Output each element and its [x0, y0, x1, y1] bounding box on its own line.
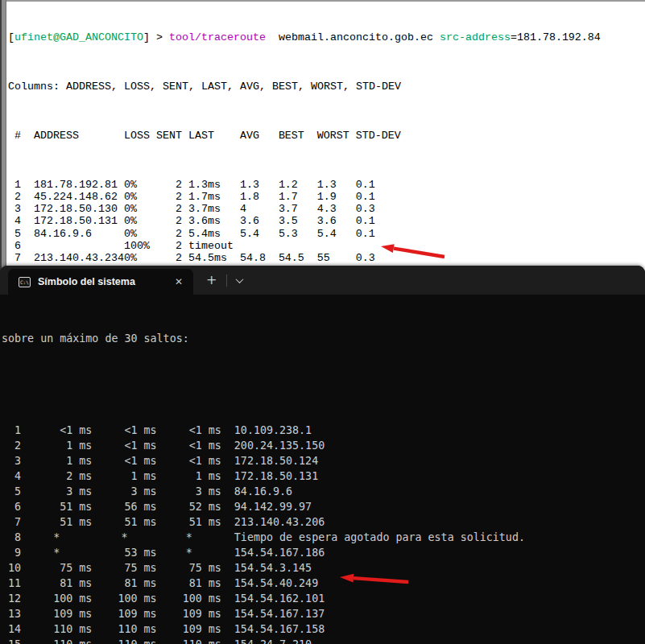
window-frame-left — [0, 0, 6, 274]
cell-last: timeout — [182, 240, 240, 252]
cell-loss: 100% — [124, 240, 156, 252]
new-tab-button[interactable]: + — [206, 274, 217, 287]
cell-time-1: * — [21, 545, 92, 560]
command-text: tool/traceroute — [169, 31, 266, 43]
tabbar-divider — [226, 275, 227, 287]
traceroute-row: 4 172.18.50.131 0% 2 3.6ms 3.6 3.5 3.6 0… — [8, 215, 601, 227]
cell-time-3: 109 ms — [157, 621, 221, 637]
cell-time-1: 100 ms — [21, 591, 92, 606]
col-header-stddev: STD-DEV — [356, 130, 401, 142]
cell-time-3: * — [157, 530, 221, 545]
tab-close-button[interactable]: ✕ — [171, 275, 187, 289]
cell-time-1: 109 ms — [21, 606, 92, 621]
col-header-address: ADDRESS — [21, 130, 124, 142]
cell-hop: 15 — [2, 637, 21, 644]
cell-time-1: 81 ms — [21, 576, 92, 591]
tab-simbolo-del-sistema[interactable]: C:\ Símbolo del sistema ✕ — [8, 269, 193, 295]
cell-hop: 3 — [2, 453, 21, 469]
tab-title: Símbolo del sistema — [38, 276, 171, 287]
cell-hop: 4 — [2, 469, 21, 484]
cell-best: 3.7 — [279, 203, 317, 215]
cell-time-1: 3 ms — [21, 484, 92, 499]
traceroute-row: 3 172.18.50.130 0% 2 3.7ms 4 3.7 4.3 0.3 — [8, 203, 601, 215]
cell-time-1: 2 ms — [21, 469, 92, 484]
columns-line: Columns: ADDRESS, LOSS, SENT, LAST, AVG,… — [8, 80, 601, 93]
cell-best: 3.5 — [279, 215, 317, 227]
cell-sent: 2 — [156, 252, 182, 264]
cell-hop: 12 — [2, 591, 21, 606]
cell-hop: 7 — [2, 514, 21, 530]
cell-worst — [317, 240, 356, 252]
cell-time-3: 100 ms — [157, 591, 221, 606]
cell-avg: 54.8 — [240, 252, 279, 264]
col-header-best: BEST — [279, 130, 317, 142]
cell-last: 54.5ms — [182, 252, 240, 264]
cell-time-3: 3 ms — [157, 484, 221, 499]
cell-host: 213.140.43.206 — [221, 514, 325, 530]
cell-sent: 2 — [156, 228, 182, 240]
traceroute-row: 2 45.224.148.62 0% 2 1.7ms 1.8 1.7 1.9 0… — [8, 191, 601, 203]
cell-time-3: <1 ms — [157, 438, 221, 453]
cell-hop: 5 — [2, 484, 21, 499]
cell-last: 5.4ms — [182, 228, 240, 240]
cell-host: 154.54.167.186 — [221, 545, 325, 560]
col-header-worst: WORST — [317, 130, 356, 142]
tracert-row: 1 <1 ms <1 ms <1 ms 10.109.238.1 — [2, 423, 645, 438]
cell-sent: 2 — [156, 191, 182, 203]
cell-avg: 1.8 — [240, 191, 279, 203]
terminal-body[interactable]: sobre un máximo de 30 saltos: 1 <1 ms <1… — [0, 295, 645, 644]
tracert-row: 14 110 ms 110 ms 109 ms 154.54.167.158 — [2, 621, 645, 637]
cell-avg: 4 — [240, 203, 279, 215]
cell-stddev: 0.1 — [356, 215, 401, 227]
cell-hop: 14 — [2, 621, 21, 637]
tracert-row: 12 100 ms 100 ms 100 ms 154.54.162.101 — [2, 591, 645, 606]
cell-stddev: 0.1 — [356, 228, 401, 240]
cell-host: Tiempo de espera agotado para esta solic… — [221, 530, 525, 545]
window-frame-top — [0, 0, 645, 2]
cell-last: 3.6ms — [182, 215, 240, 227]
cell-time-3: <1 ms — [157, 453, 221, 469]
cell-host: 172.18.50.131 — [221, 469, 318, 484]
cell-loss: 0% — [124, 215, 156, 227]
cell-host: 10.109.238.1 — [221, 423, 312, 438]
tracert-row: 4 2 ms 1 ms 1 ms 172.18.50.131 — [2, 469, 645, 484]
traceroute-row: 7 213.140.43.234 0% 2 54.5ms 54.8 54.5 5… — [8, 252, 601, 264]
dropdown-chevron-icon[interactable] — [236, 275, 244, 283]
tracert-table: 1 <1 ms <1 ms <1 ms 10.109.238.1 2 1 ms … — [2, 423, 645, 644]
tracert-row: 3 1 ms <1 ms <1 ms 172.18.50.124 — [2, 453, 645, 469]
cell-host: 154.54.167.137 — [221, 606, 325, 621]
cell-host: 154.54.40.249 — [221, 576, 318, 591]
cell-host: 200.24.135.150 — [221, 438, 325, 453]
src-address-key: src-address — [440, 31, 511, 43]
cell-host: 154.54.167.158 — [221, 621, 325, 637]
cell-time-3: 75 ms — [157, 560, 221, 576]
prompt-identity: ufinet@GAD_ANCONCITO — [14, 31, 143, 43]
tracert-row: 8 * * * Tiempo de espera agotado para es… — [2, 530, 645, 545]
cell-hop: 2 — [2, 438, 21, 453]
windows-terminal-window: C:\ Símbolo del sistema ✕ + sobre un máx… — [0, 266, 645, 644]
cell-host: 154.54.3.145 — [221, 560, 312, 576]
cell-time-2: 75 ms — [92, 560, 156, 576]
cell-address: 84.16.9.6 — [21, 228, 124, 240]
traceroute-command-line: [ufinet@GAD_ANCONCITO] > tool/traceroute… — [8, 31, 601, 43]
tracert-row: 2 1 ms <1 ms <1 ms 200.24.135.150 — [2, 438, 645, 453]
cell-address: 172.18.50.130 — [21, 203, 124, 215]
cell-time-2: 51 ms — [92, 514, 156, 530]
cell-time-1: <1 ms — [21, 423, 92, 438]
cell-time-3: 51 ms — [157, 514, 221, 530]
cell-time-1: 51 ms — [21, 514, 92, 530]
cell-worst: 1.9 — [317, 191, 356, 203]
cell-address: 181.78.192.81 — [21, 179, 124, 191]
cell-time-3: * — [157, 545, 221, 560]
cell-hop: 11 — [2, 576, 21, 591]
tracert-row: 7 51 ms 51 ms 51 ms 213.140.43.206 — [2, 514, 645, 530]
cell-host: 84.16.9.6 — [221, 484, 292, 499]
command-host-arg: webmail.anconcito.gob.ec — [266, 31, 440, 43]
cell-last: 3.7ms — [182, 203, 240, 215]
cell-address: 45.224.148.62 — [21, 191, 124, 203]
cell-host: 154.24.7.210 — [221, 637, 312, 644]
cell-num: 3 — [8, 203, 21, 215]
cell-best: 54.5 — [279, 252, 317, 264]
cell-num: 5 — [8, 228, 21, 240]
tab-bar: C:\ Símbolo del sistema ✕ + — [0, 266, 645, 295]
